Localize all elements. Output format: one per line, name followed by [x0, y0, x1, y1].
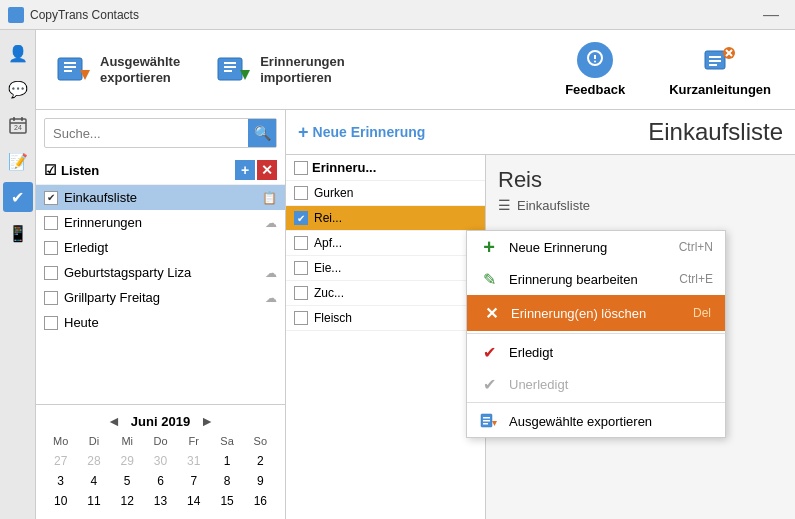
cal-day[interactable]: 13 — [144, 491, 177, 511]
context-menu-done[interactable]: ✔ Erledigt — [467, 336, 725, 368]
list-checkbox[interactable] — [44, 241, 58, 255]
minimize-button[interactable]: — — [755, 6, 787, 24]
sidebar-item-chat[interactable]: 💬 — [3, 74, 33, 104]
cal-day[interactable]: 16 — [244, 491, 277, 511]
list-item[interactable]: Grillparty Freitag ☁ — [36, 285, 285, 310]
reminder-checkbox[interactable] — [294, 311, 308, 325]
import-icon — [216, 52, 252, 88]
context-menu-new-reminder[interactable]: + Neue Erinnerung Ctrl+N — [467, 231, 725, 263]
cal-day[interactable]: 10 — [44, 491, 77, 511]
cal-day[interactable]: 12 — [111, 491, 144, 511]
reminder-checkbox[interactable] — [294, 261, 308, 275]
import-reminders-button[interactable]: Erinnerungen importieren — [208, 48, 353, 92]
titlebar: CopyTrans Contacts — — [0, 0, 795, 30]
context-menu-edit-reminder[interactable]: ✎ Erinnerung bearbeiten Ctrl+E — [467, 263, 725, 295]
svg-rect-12 — [224, 66, 236, 68]
list-checkbox[interactable]: ✔ — [44, 191, 58, 205]
cloud-icon: ☁ — [265, 266, 277, 280]
reminder-item[interactable]: ✔ Rei... — [286, 206, 485, 231]
cal-day[interactable]: 8 — [210, 471, 243, 491]
ctx-export-label: Ausgewählte exportieren — [509, 414, 713, 429]
sidebar-item-contacts[interactable]: 👤 — [3, 38, 33, 68]
reminders-all-checkbox[interactable] — [294, 161, 308, 175]
svg-rect-28 — [483, 423, 488, 425]
cal-day[interactable]: 7 — [177, 471, 210, 491]
svg-rect-27 — [483, 420, 490, 422]
ctx-undone-label: Unerledigt — [509, 377, 713, 392]
list-item[interactable]: Erinnerungen ☁ — [36, 210, 285, 235]
svg-rect-8 — [64, 70, 72, 72]
reminder-item[interactable]: Apf... — [286, 231, 485, 256]
import-label: Erinnerungen importieren — [260, 54, 345, 85]
cal-day[interactable]: 27 — [44, 451, 77, 471]
context-menu-export[interactable]: Ausgewählte exportieren — [467, 405, 725, 437]
quick-guide-button[interactable]: Kurzanleitungen — [657, 38, 783, 101]
reminders-list: Erinneru... Gurken ✔ Rei... — [286, 155, 486, 519]
list-item-label: Heute — [64, 315, 277, 330]
cal-day[interactable]: 31 — [177, 451, 210, 471]
list-checkbox[interactable] — [44, 291, 58, 305]
new-reminder-button[interactable]: + Neue Erinnerung — [298, 122, 425, 143]
cal-day[interactable]: 1 — [210, 451, 243, 471]
svg-rect-11 — [224, 62, 236, 64]
delete-list-button[interactable]: ✕ — [257, 160, 277, 180]
cal-header-fr: Fr — [177, 435, 210, 447]
reminder-checkbox[interactable]: ✔ — [294, 211, 308, 225]
list-item[interactable]: Geburtstagsparty Liza ☁ — [36, 260, 285, 285]
list-checkbox[interactable] — [44, 266, 58, 280]
reminder-checkbox[interactable] — [294, 286, 308, 300]
list-checkbox[interactable] — [44, 216, 58, 230]
reminder-item[interactable]: Zuc... — [286, 281, 485, 306]
reminder-label: Rei... — [314, 211, 477, 225]
context-menu-undone[interactable]: ✔ Unerledigt — [467, 368, 725, 400]
cal-day[interactable]: 30 — [144, 451, 177, 471]
context-menu-delete-reminder[interactable]: ✕ Erinnerung(en) löschen Del — [467, 295, 725, 331]
export-selected-button[interactable]: Ausgewählte exportieren — [48, 48, 188, 92]
body-area: 🔍 ☑ Listen + ✕ ✔ — [36, 110, 795, 519]
cal-day[interactable]: 14 — [177, 491, 210, 511]
cal-day[interactable]: 6 — [144, 471, 177, 491]
cal-day[interactable]: 9 — [244, 471, 277, 491]
reminder-item[interactable]: Gurken — [286, 181, 485, 206]
list-item-label: Grillparty Freitag — [64, 290, 259, 305]
cal-day[interactable]: 3 — [44, 471, 77, 491]
ctx-delete-shortcut: Del — [693, 306, 711, 320]
cal-day[interactable]: 29 — [111, 451, 144, 471]
cal-day[interactable]: 2 — [244, 451, 277, 471]
sidebar-item-tasks[interactable]: ✔ — [3, 182, 33, 212]
sidebar-item-calendar[interactable]: 24 — [3, 110, 33, 140]
quick-guide-label: Kurzanleitungen — [669, 82, 771, 97]
reminder-label: Apf... — [314, 236, 477, 250]
reminder-checkbox[interactable] — [294, 186, 308, 200]
app-icon — [8, 7, 24, 23]
calendar-prev-button[interactable]: ◄ — [107, 413, 121, 429]
ctx-separator — [467, 402, 725, 403]
reminder-item[interactable]: Eie... — [286, 256, 485, 281]
ctx-edit-icon: ✎ — [479, 269, 499, 289]
list-item[interactable]: Erledigt — [36, 235, 285, 260]
reminder-item[interactable]: Fleisch — [286, 306, 485, 331]
list-checkbox[interactable] — [44, 316, 58, 330]
cal-day[interactable]: 4 — [77, 471, 110, 491]
reminder-checkbox[interactable] — [294, 236, 308, 250]
feedback-label: Feedback — [565, 82, 625, 97]
sidebar-icons: 👤 💬 24 📝 ✔ 📱 — [0, 30, 36, 519]
cal-day[interactable]: 11 — [77, 491, 110, 511]
app-title: CopyTrans Contacts — [30, 8, 755, 22]
calendar-next-button[interactable]: ► — [200, 413, 214, 429]
sidebar-item-notes[interactable]: 📝 — [3, 146, 33, 176]
right-panel: + Neue Erinnerung Einkaufsliste Erinneru… — [286, 110, 795, 519]
cal-day[interactable]: 15 — [210, 491, 243, 511]
feedback-button[interactable]: Feedback — [553, 38, 637, 101]
ctx-done-icon: ✔ — [479, 342, 499, 362]
list-item[interactable]: ✔ Einkaufsliste 📋 — [36, 185, 285, 210]
search-button[interactable]: 🔍 — [248, 119, 276, 147]
cloud-icon: ☁ — [265, 216, 277, 230]
cal-day[interactable]: 28 — [77, 451, 110, 471]
search-input[interactable] — [45, 122, 248, 145]
sidebar-item-phone[interactable]: 📱 — [3, 218, 33, 248]
cal-day[interactable]: 5 — [111, 471, 144, 491]
list-item[interactable]: Heute — [36, 310, 285, 335]
reminder-label: Zuc... — [314, 286, 477, 300]
add-list-button[interactable]: + — [235, 160, 255, 180]
